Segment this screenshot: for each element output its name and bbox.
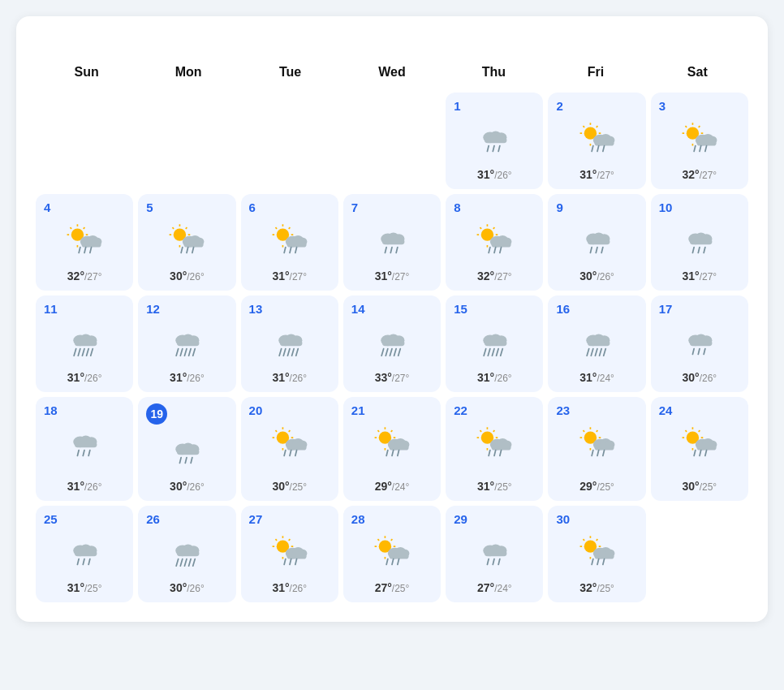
next-month-button[interactable] (732, 32, 748, 39)
svg-line-267 (705, 451, 707, 456)
temperature: 31°/26° (272, 581, 307, 594)
temp-high: 31° (477, 168, 494, 181)
svg-line-273 (83, 559, 84, 565)
day-cell[interactable]: 24 30°/25° (651, 397, 748, 501)
svg-line-144 (295, 349, 298, 356)
day-cell[interactable]: 17 30°/26° (651, 295, 748, 392)
day-cell[interactable]: 28 27°/25° (343, 506, 441, 602)
day-number: 25 (44, 512, 58, 526)
weather-icon (578, 533, 617, 576)
svg-line-34 (694, 146, 696, 152)
temperature: 31°/27° (579, 168, 614, 181)
svg-rect-3 (485, 137, 506, 143)
weekday-label: Thu (443, 58, 545, 86)
day-cell[interactable]: 1 31°/26° (446, 93, 543, 189)
temp-low: /27° (597, 170, 614, 181)
day-cell[interactable]: 22 31°/25° (446, 397, 543, 501)
day-cell[interactable]: 30 32°/25° (548, 506, 645, 602)
temp-low: /25° (84, 583, 101, 594)
temperature: 27°/25° (375, 581, 410, 594)
day-cell[interactable]: 15 31°/26° (446, 295, 543, 392)
temp-high: 30° (170, 581, 187, 594)
svg-line-265 (694, 451, 696, 456)
temp-low: /25° (290, 481, 307, 493)
svg-line-236 (494, 451, 496, 456)
weather-icon (475, 119, 514, 163)
day-cell[interactable]: 20 30°/25° (241, 397, 338, 501)
svg-rect-114 (690, 239, 712, 244)
svg-line-5 (493, 146, 495, 152)
day-cell[interactable]: 7 31°/27° (343, 194, 441, 291)
day-cell[interactable]: 25 31°/25° (36, 506, 133, 602)
svg-rect-271 (75, 550, 97, 556)
temp-low: /27° (700, 170, 717, 181)
temp-low: /27° (392, 373, 409, 384)
day-cell[interactable]: 23 29°/25° (548, 397, 645, 501)
day-number: 2 (556, 99, 562, 113)
day-cell[interactable]: 9 30°/26° (548, 194, 645, 291)
day-cell[interactable]: 3 32°/27° (651, 93, 748, 189)
temp-high: 32° (477, 270, 494, 282)
svg-line-57 (173, 227, 174, 229)
svg-rect-317 (485, 550, 506, 556)
svg-line-190 (180, 458, 182, 464)
temp-low: /27° (84, 271, 101, 282)
temp-low: /26° (187, 481, 204, 493)
weather-icon (270, 533, 309, 576)
temperature: 32°/27° (477, 270, 512, 282)
svg-line-222 (398, 451, 399, 456)
temp-high: 31° (375, 270, 392, 282)
temp-high: 31° (67, 581, 84, 594)
svg-line-159 (489, 349, 491, 356)
svg-line-152 (394, 349, 397, 356)
day-cell[interactable]: 27 31°/26° (241, 506, 338, 602)
svg-rect-85 (382, 239, 404, 244)
svg-line-221 (392, 451, 394, 456)
day-number: 27 (249, 512, 263, 526)
day-number: 28 (351, 512, 365, 526)
day-cell[interactable]: 13 31°/26° (241, 295, 338, 392)
svg-line-272 (78, 559, 80, 565)
weather-icon (578, 221, 617, 265)
svg-rect-204 (286, 445, 306, 451)
weather-icon (65, 322, 104, 366)
day-cell[interactable]: 4 32°/27° (36, 194, 133, 291)
day-cell[interactable]: 14 33°/27° (343, 295, 441, 392)
svg-line-151 (390, 349, 392, 356)
day-cell[interactable]: 8 32°/27° (446, 194, 543, 291)
day-cell[interactable]: 12 31°/26° (138, 295, 235, 392)
day-cell[interactable]: 6 31°/27° (241, 194, 338, 291)
day-cell[interactable]: 10 31°/27° (651, 194, 748, 291)
day-number: 8 (454, 201, 460, 214)
weather-icon (578, 424, 617, 468)
days-grid: 1 31°/26°2 31°/27°3 (36, 93, 748, 602)
day-cell[interactable]: 11 31°/26° (36, 295, 133, 392)
day-cell[interactable]: 5 30°/26° (138, 194, 235, 291)
prev-month-button[interactable] (36, 32, 52, 39)
weather-icon (65, 533, 104, 576)
day-cell[interactable]: 29 27°/24° (446, 506, 543, 602)
svg-line-44 (84, 227, 85, 229)
day-number: 15 (454, 302, 467, 316)
day-cell[interactable]: 18 31°/26° (36, 397, 133, 501)
temp-low: /26° (494, 373, 511, 384)
temp-high: 31° (272, 581, 289, 594)
day-cell (241, 93, 338, 189)
day-cell[interactable]: 26 30°/26° (138, 506, 235, 602)
svg-line-183 (78, 451, 80, 456)
day-cell[interactable]: 2 31°/27° (548, 93, 645, 189)
svg-line-74 (288, 227, 290, 229)
weather-icon (65, 424, 104, 468)
svg-line-198 (275, 430, 277, 432)
day-number: 13 (249, 302, 263, 316)
svg-line-50 (84, 248, 86, 253)
svg-line-42 (71, 227, 72, 229)
svg-line-141 (283, 349, 286, 356)
day-cell[interactable]: 19 30°/26° (138, 397, 235, 501)
temp-high: 31° (67, 371, 84, 384)
day-cell[interactable]: 21 29°/24° (343, 397, 441, 501)
svg-line-35 (700, 146, 701, 152)
weekday-label: Mon (137, 58, 239, 86)
day-number: 22 (454, 403, 467, 417)
day-cell[interactable]: 16 31°/24° (548, 295, 645, 392)
